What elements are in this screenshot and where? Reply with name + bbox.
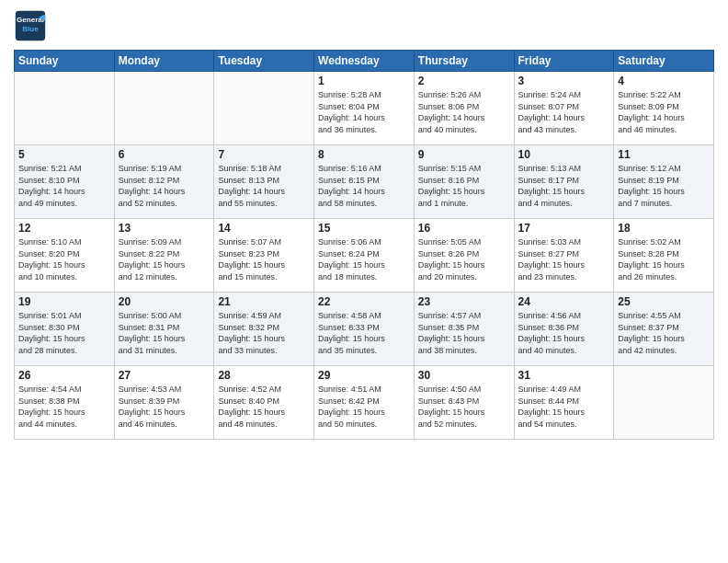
day-info: Sunrise: 5:15 AM Sunset: 8:16 PM Dayligh… (418, 163, 510, 209)
calendar-cell: 28Sunrise: 4:52 AM Sunset: 8:40 PM Dayli… (214, 366, 314, 440)
day-number: 16 (418, 222, 510, 235)
day-info: Sunrise: 4:59 AM Sunset: 8:32 PM Dayligh… (218, 310, 310, 356)
calendar-cell: 2Sunrise: 5:26 AM Sunset: 8:06 PM Daylig… (414, 72, 514, 145)
day-info: Sunrise: 5:22 AM Sunset: 8:09 PM Dayligh… (618, 89, 710, 135)
calendar-cell (114, 72, 214, 145)
page: General Blue SundayMondayTuesdayWednesda… (0, 0, 728, 563)
week-row-5: 26Sunrise: 4:54 AM Sunset: 8:38 PM Dayli… (15, 366, 714, 440)
weekday-header-row: SundayMondayTuesdayWednesdayThursdayFrid… (15, 51, 714, 72)
day-number: 7 (218, 148, 310, 161)
calendar-cell: 10Sunrise: 5:13 AM Sunset: 8:17 PM Dayli… (514, 145, 614, 219)
day-number: 8 (318, 148, 410, 161)
day-number: 31 (518, 369, 610, 382)
day-info: Sunrise: 5:05 AM Sunset: 8:26 PM Dayligh… (418, 236, 510, 282)
calendar-cell (214, 72, 314, 145)
day-info: Sunrise: 4:56 AM Sunset: 8:36 PM Dayligh… (518, 310, 610, 356)
day-number: 27 (119, 369, 210, 382)
calendar-cell: 26Sunrise: 4:54 AM Sunset: 8:38 PM Dayli… (15, 366, 115, 440)
day-info: Sunrise: 5:02 AM Sunset: 8:28 PM Dayligh… (618, 236, 710, 282)
svg-text:Blue: Blue (22, 25, 39, 33)
day-info: Sunrise: 5:12 AM Sunset: 8:19 PM Dayligh… (618, 163, 710, 209)
day-number: 15 (318, 222, 410, 235)
day-info: Sunrise: 5:09 AM Sunset: 8:22 PM Dayligh… (119, 236, 210, 282)
day-info: Sunrise: 5:13 AM Sunset: 8:17 PM Dayligh… (518, 163, 610, 209)
week-row-2: 5Sunrise: 5:21 AM Sunset: 8:10 PM Daylig… (15, 145, 714, 219)
day-info: Sunrise: 5:07 AM Sunset: 8:23 PM Dayligh… (218, 236, 310, 282)
day-info: Sunrise: 5:19 AM Sunset: 8:12 PM Dayligh… (119, 163, 210, 209)
day-number: 26 (18, 369, 110, 382)
weekday-sunday: Sunday (15, 51, 115, 72)
calendar-cell: 29Sunrise: 4:51 AM Sunset: 8:42 PM Dayli… (314, 366, 415, 440)
day-number: 2 (418, 75, 510, 87)
calendar-cell: 19Sunrise: 5:01 AM Sunset: 8:30 PM Dayli… (15, 293, 115, 366)
calendar-cell: 11Sunrise: 5:12 AM Sunset: 8:19 PM Dayli… (614, 145, 714, 219)
weekday-tuesday: Tuesday (214, 51, 314, 72)
calendar-cell: 16Sunrise: 5:05 AM Sunset: 8:26 PM Dayli… (414, 219, 514, 293)
day-info: Sunrise: 4:51 AM Sunset: 8:42 PM Dayligh… (318, 384, 410, 430)
weekday-wednesday: Wednesday (314, 51, 415, 72)
calendar: SundayMondayTuesdayWednesdayThursdayFrid… (14, 50, 714, 440)
day-number: 13 (119, 222, 210, 235)
calendar-cell: 21Sunrise: 4:59 AM Sunset: 8:32 PM Dayli… (214, 293, 314, 366)
day-number: 18 (618, 222, 710, 235)
day-number: 29 (318, 369, 410, 382)
calendar-cell: 5Sunrise: 5:21 AM Sunset: 8:10 PM Daylig… (15, 145, 115, 219)
calendar-cell: 9Sunrise: 5:15 AM Sunset: 8:16 PM Daylig… (414, 145, 514, 219)
logo-icon: General Blue (14, 9, 47, 42)
calendar-cell: 20Sunrise: 5:00 AM Sunset: 8:31 PM Dayli… (114, 293, 214, 366)
calendar-cell: 7Sunrise: 5:18 AM Sunset: 8:13 PM Daylig… (214, 145, 314, 219)
day-number: 9 (418, 148, 510, 161)
weekday-monday: Monday (114, 51, 214, 72)
calendar-cell: 13Sunrise: 5:09 AM Sunset: 8:22 PM Dayli… (114, 219, 214, 293)
day-info: Sunrise: 5:00 AM Sunset: 8:31 PM Dayligh… (119, 310, 210, 356)
day-info: Sunrise: 4:53 AM Sunset: 8:39 PM Dayligh… (119, 384, 210, 430)
calendar-cell: 1Sunrise: 5:28 AM Sunset: 8:04 PM Daylig… (314, 72, 415, 145)
calendar-cell: 12Sunrise: 5:10 AM Sunset: 8:20 PM Dayli… (15, 219, 115, 293)
calendar-cell: 30Sunrise: 4:50 AM Sunset: 8:43 PM Dayli… (414, 366, 514, 440)
calendar-cell: 3Sunrise: 5:24 AM Sunset: 8:07 PM Daylig… (514, 72, 614, 145)
day-info: Sunrise: 4:54 AM Sunset: 8:38 PM Dayligh… (18, 384, 110, 430)
logo: General Blue (14, 9, 51, 42)
day-info: Sunrise: 4:49 AM Sunset: 8:44 PM Dayligh… (518, 384, 610, 430)
day-info: Sunrise: 5:18 AM Sunset: 8:13 PM Dayligh… (218, 163, 310, 209)
calendar-cell: 23Sunrise: 4:57 AM Sunset: 8:35 PM Dayli… (414, 293, 514, 366)
day-info: Sunrise: 5:03 AM Sunset: 8:27 PM Dayligh… (518, 236, 610, 282)
calendar-cell: 4Sunrise: 5:22 AM Sunset: 8:09 PM Daylig… (614, 72, 714, 145)
day-number: 24 (518, 295, 610, 308)
day-number: 11 (618, 148, 710, 161)
calendar-cell: 14Sunrise: 5:07 AM Sunset: 8:23 PM Dayli… (214, 219, 314, 293)
day-number: 5 (18, 148, 110, 161)
day-number: 19 (18, 295, 110, 308)
calendar-cell: 17Sunrise: 5:03 AM Sunset: 8:27 PM Dayli… (514, 219, 614, 293)
week-row-1: 1Sunrise: 5:28 AM Sunset: 8:04 PM Daylig… (15, 72, 714, 145)
day-number: 23 (418, 295, 510, 308)
calendar-cell: 25Sunrise: 4:55 AM Sunset: 8:37 PM Dayli… (614, 293, 714, 366)
week-row-3: 12Sunrise: 5:10 AM Sunset: 8:20 PM Dayli… (15, 219, 714, 293)
day-info: Sunrise: 4:57 AM Sunset: 8:35 PM Dayligh… (418, 310, 510, 356)
day-number: 4 (618, 75, 710, 87)
calendar-cell: 6Sunrise: 5:19 AM Sunset: 8:12 PM Daylig… (114, 145, 214, 219)
weekday-thursday: Thursday (414, 51, 514, 72)
day-info: Sunrise: 5:16 AM Sunset: 8:15 PM Dayligh… (318, 163, 410, 209)
week-row-4: 19Sunrise: 5:01 AM Sunset: 8:30 PM Dayli… (15, 293, 714, 366)
day-number: 22 (318, 295, 410, 308)
day-info: Sunrise: 5:21 AM Sunset: 8:10 PM Dayligh… (18, 163, 110, 209)
day-info: Sunrise: 5:24 AM Sunset: 8:07 PM Dayligh… (518, 89, 610, 135)
day-info: Sunrise: 4:55 AM Sunset: 8:37 PM Dayligh… (618, 310, 710, 356)
calendar-cell: 18Sunrise: 5:02 AM Sunset: 8:28 PM Dayli… (614, 219, 714, 293)
day-info: Sunrise: 5:28 AM Sunset: 8:04 PM Dayligh… (318, 89, 410, 135)
day-info: Sunrise: 4:50 AM Sunset: 8:43 PM Dayligh… (418, 384, 510, 430)
day-number: 28 (218, 369, 310, 382)
day-info: Sunrise: 5:06 AM Sunset: 8:24 PM Dayligh… (318, 236, 410, 282)
calendar-cell: 31Sunrise: 4:49 AM Sunset: 8:44 PM Dayli… (514, 366, 614, 440)
calendar-cell: 15Sunrise: 5:06 AM Sunset: 8:24 PM Dayli… (314, 219, 415, 293)
day-number: 20 (119, 295, 210, 308)
day-info: Sunrise: 4:58 AM Sunset: 8:33 PM Dayligh… (318, 310, 410, 356)
weekday-saturday: Saturday (614, 51, 714, 72)
weekday-friday: Friday (514, 51, 614, 72)
calendar-cell: 8Sunrise: 5:16 AM Sunset: 8:15 PM Daylig… (314, 145, 415, 219)
calendar-cell: 24Sunrise: 4:56 AM Sunset: 8:36 PM Dayli… (514, 293, 614, 366)
day-number: 12 (18, 222, 110, 235)
day-number: 25 (618, 295, 710, 308)
calendar-cell: 27Sunrise: 4:53 AM Sunset: 8:39 PM Dayli… (114, 366, 214, 440)
